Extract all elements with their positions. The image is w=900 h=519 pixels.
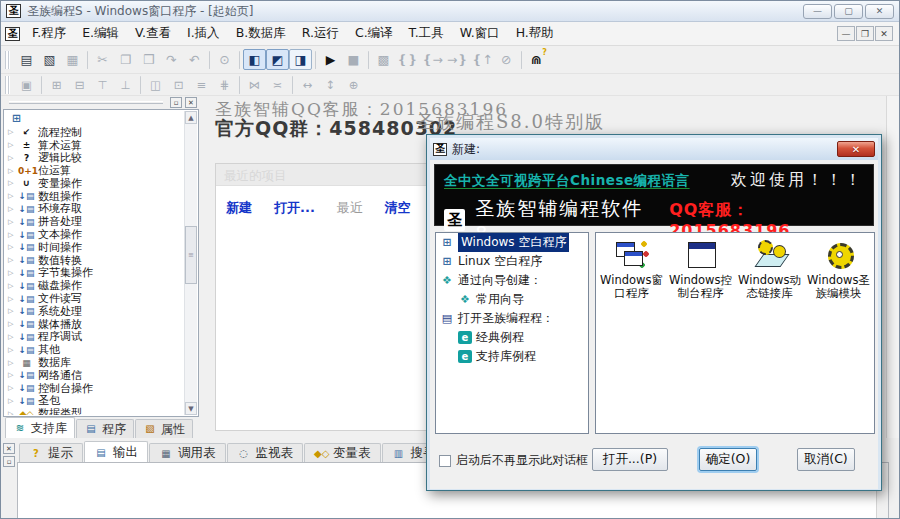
- cut-button[interactable]: ✂: [91, 49, 114, 70]
- menu-item[interactable]: I.插入: [179, 22, 228, 45]
- expander-icon[interactable]: ▷: [8, 269, 15, 277]
- project-type-item[interactable]: ⊞ Windows 空白程序: [436, 233, 588, 252]
- center-horizontal-button[interactable]: ◫: [144, 76, 167, 94]
- expander-icon[interactable]: ▷: [8, 179, 15, 187]
- tree-item[interactable]: ▷ ↙ 流程控制: [5, 126, 184, 139]
- menu-item[interactable]: H.帮助: [508, 22, 562, 45]
- menu-item[interactable]: V.查看: [127, 22, 179, 45]
- tree-item[interactable]: ▷ ↓▤ 其他: [5, 343, 184, 356]
- tree-item[interactable]: ▷ ↓▤ 系统处理: [5, 305, 184, 318]
- tree-item[interactable]: ▷ ◆◇ 数据类型: [5, 407, 184, 415]
- template-item[interactable]: Windows窗口程序: [598, 240, 665, 300]
- project-type-item[interactable]: e 支持库例程: [436, 347, 588, 366]
- dock-restore-button[interactable]: ▫: [3, 456, 15, 467]
- tree-item[interactable]: ▷ ↓▤ 拼音处理: [5, 215, 184, 228]
- toolbar-grip[interactable]: [5, 76, 10, 94]
- mdi-restore-button[interactable]: ❐: [856, 26, 874, 41]
- tree-item[interactable]: ▷ ↓▤ 时间操作: [5, 241, 184, 254]
- tree-item[interactable]: ▷ ? 逻辑比较: [5, 151, 184, 164]
- workspace-scrollbar[interactable]: [886, 96, 899, 438]
- tree-item[interactable]: ▷ ∪ 变量操作: [5, 177, 184, 190]
- expander-icon[interactable]: ▷: [8, 141, 15, 149]
- dock-close-button[interactable]: ✕: [3, 443, 15, 454]
- expander-icon[interactable]: ▷: [8, 295, 15, 303]
- expander-icon[interactable]: ▷: [8, 320, 15, 328]
- pause-button[interactable]: ⊘: [495, 49, 518, 70]
- align-top-button[interactable]: ⊤: [91, 76, 114, 94]
- panel-grip[interactable]: [9, 101, 163, 104]
- fit-width-button[interactable]: ↔: [296, 76, 319, 94]
- cancel-button[interactable]: 取消(C): [797, 448, 855, 471]
- menu-item[interactable]: E.编辑: [74, 22, 127, 45]
- find-all-button[interactable]: ⋒?: [525, 49, 548, 70]
- menu-item[interactable]: R.运行: [294, 22, 347, 45]
- fit-both-button[interactable]: ⊕: [342, 76, 365, 94]
- recent-link[interactable]: 新建: [226, 199, 252, 217]
- tree-item[interactable]: ▷ ± 算术运算: [5, 139, 184, 152]
- tree-item[interactable]: ▷ ↓▤ 控制台操作: [5, 382, 184, 395]
- menu-item[interactable]: B.数据库: [228, 22, 294, 45]
- tree-item[interactable]: ▷ ↓▤ 字节集操作: [5, 267, 184, 280]
- tree-item[interactable]: ▷ ↓▤ 圣包: [5, 395, 184, 408]
- template-item[interactable]: Windows控制台程序: [667, 240, 734, 300]
- tree-item[interactable]: ▷ ↓▤ 环境存取: [5, 203, 184, 216]
- output-tab[interactable]: ? 提示: [19, 443, 83, 463]
- same-width-button[interactable]: ≡: [190, 76, 213, 94]
- minimize-button[interactable]: —: [803, 4, 832, 19]
- expander-icon[interactable]: ▷: [8, 192, 15, 200]
- copy-button[interactable]: ❐: [114, 49, 137, 70]
- tree-item[interactable]: ▷ 0+1 位运算: [5, 164, 184, 177]
- stop-button[interactable]: ■: [342, 49, 365, 70]
- run-to-cursor-button[interactable]: ❴↑: [470, 49, 495, 70]
- expander-icon[interactable]: ▷: [8, 397, 15, 405]
- output-tab[interactable]: ◆◇ 变量表: [304, 443, 381, 463]
- tree-item[interactable]: ▷ ↓▤ 数值转换: [5, 254, 184, 267]
- expander-icon[interactable]: ▷: [8, 256, 15, 264]
- expander-icon[interactable]: ▷: [8, 371, 15, 379]
- mdi-close-button[interactable]: ✕: [875, 26, 893, 41]
- expander-icon[interactable]: ▷: [8, 167, 15, 175]
- project-type-item[interactable]: ❖ 常用向导: [436, 290, 588, 309]
- tree-item[interactable]: ▷ ↓▤ 磁盘操作: [5, 279, 184, 292]
- expander-icon[interactable]: ▷: [8, 359, 15, 367]
- expander-icon[interactable]: ▷: [8, 384, 15, 392]
- scroll-up-icon[interactable]: ▲: [185, 111, 197, 124]
- align-bottom-button[interactable]: ⊥: [114, 76, 137, 94]
- explorer-scrollbar[interactable]: ▲ ≡ ▼: [184, 111, 197, 415]
- tree-item[interactable]: ▷ ▦ 数据库: [5, 356, 184, 369]
- tree-item[interactable]: ▷ ↓▤ 程序调试: [5, 331, 184, 344]
- find-button[interactable]: ⊙: [213, 49, 236, 70]
- project-type-item[interactable]: e 经典例程: [436, 328, 588, 347]
- split-view-toggle[interactable]: ◩: [266, 49, 289, 70]
- space-vertical-button[interactable]: ≍: [266, 76, 289, 94]
- dialog-title-bar[interactable]: 圣 新建: ✕: [430, 138, 878, 160]
- run-button[interactable]: ▶: [319, 49, 342, 70]
- recent-link[interactable]: 清空: [385, 199, 411, 217]
- template-item[interactable]: Windows圣族编模块: [805, 240, 872, 300]
- expander-icon[interactable]: ▷: [8, 307, 15, 315]
- step-into-button[interactable]: ❴→: [420, 49, 445, 70]
- recent-link[interactable]: 最近: [337, 199, 363, 217]
- new-file-button[interactable]: ▤: [15, 49, 38, 70]
- panel-close-button[interactable]: ✕: [185, 97, 197, 108]
- open-file-button[interactable]: ▧: [38, 49, 61, 70]
- expander-icon[interactable]: ▷: [8, 333, 15, 341]
- step-out-button[interactable]: →❵: [445, 49, 470, 70]
- expander-icon[interactable]: ▷: [8, 346, 15, 354]
- toolbar-grip[interactable]: [5, 51, 10, 69]
- redo-button[interactable]: ↷: [160, 49, 183, 70]
- dialog-close-button[interactable]: ✕: [837, 141, 875, 157]
- recent-link[interactable]: 打开...: [274, 199, 315, 217]
- output-tab[interactable]: ◌ 监视表: [227, 443, 304, 463]
- step-over-button[interactable]: ❴❵: [395, 49, 420, 70]
- select-controls-button[interactable]: ▣: [15, 76, 38, 94]
- mdi-minimize-button[interactable]: —: [837, 26, 855, 41]
- form-view-toggle[interactable]: ◧: [243, 49, 266, 70]
- expander-icon[interactable]: ▷: [8, 231, 15, 239]
- save-button[interactable]: ▦: [61, 49, 84, 70]
- paste-button[interactable]: ❒: [137, 49, 160, 70]
- scroll-down-icon[interactable]: ▼: [185, 402, 197, 415]
- close-button[interactable]: ✕: [865, 4, 894, 19]
- expander-icon[interactable]: ▷: [8, 154, 15, 162]
- output-tab[interactable]: ▦ 调用表: [149, 443, 226, 463]
